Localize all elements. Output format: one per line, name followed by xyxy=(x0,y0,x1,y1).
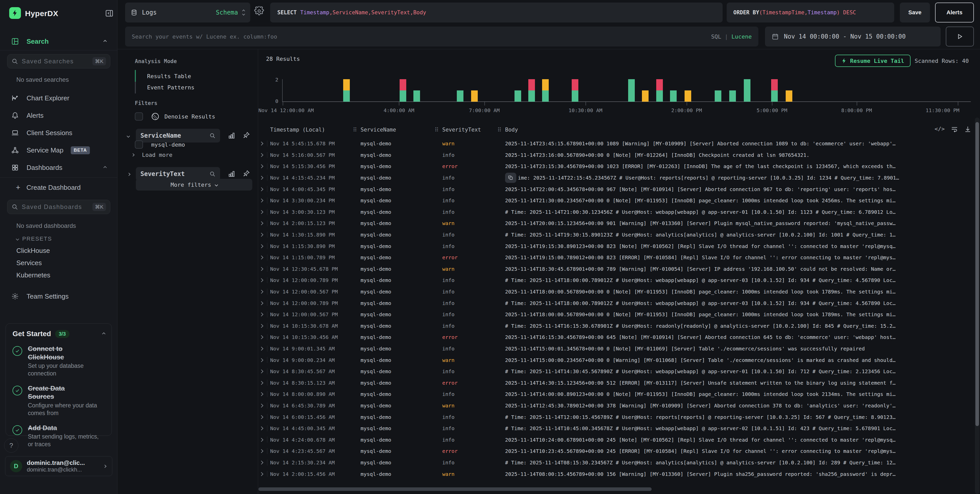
denoise-label[interactable]: Denoise Results xyxy=(164,113,215,120)
row-expand-chevron[interactable] xyxy=(259,164,264,169)
row-expand-chevron[interactable] xyxy=(259,290,264,294)
code-view-icon[interactable]: </> xyxy=(935,126,945,133)
row-expand-chevron[interactable] xyxy=(259,358,264,362)
drag-handle-icon[interactable]: ⠿ xyxy=(434,127,439,133)
search-icon[interactable] xyxy=(209,171,215,177)
table-row[interactable]: Nov 14 4:45:00.345 AMmysql-demoinfo# Tim… xyxy=(258,423,980,434)
get-started-item[interactable]: Add Data Start sending logs, metrics, or… xyxy=(13,424,105,448)
mode-event-patterns[interactable]: Event Patterns xyxy=(147,84,194,91)
histogram-bar[interactable] xyxy=(670,91,677,102)
get-started-item[interactable]: Create Data Sources Configure where your… xyxy=(13,384,105,417)
chevron-up-icon[interactable] xyxy=(103,166,107,169)
event-search-input[interactable]: Search your events w/ Lucene ex. column:… xyxy=(125,27,758,46)
sidebar-item-chart-explorer[interactable]: Chart Explorer xyxy=(0,91,118,105)
histogram-bar[interactable] xyxy=(542,79,549,102)
table-row[interactable]: Nov 14 2:00:15.123 PMmysql-demowarn2025-… xyxy=(258,218,980,229)
histogram-bar[interactable] xyxy=(786,91,792,102)
sidebar-item-client-sessions[interactable]: Client Sessions xyxy=(0,126,118,140)
preset-clickhouse[interactable]: ClickHouse xyxy=(16,247,50,255)
table-row[interactable]: Nov 14 10:15:30.456 AMmysql-demoerror202… xyxy=(258,331,980,343)
histogram-bar[interactable] xyxy=(771,79,778,102)
run-query-button[interactable] xyxy=(946,27,974,46)
pin-icon[interactable] xyxy=(243,131,250,139)
sidebar-item-team-settings[interactable]: Team Settings xyxy=(0,289,118,303)
more-filters-button[interactable]: More filters xyxy=(136,179,252,191)
table-row[interactable]: Nov 14 6:00:15.456 AMmysql-demoinfo# Tim… xyxy=(258,411,980,423)
row-expand-chevron[interactable] xyxy=(259,438,264,442)
table-row[interactable]: Nov 14 1:30:15.890 PMmysql-demoinfo# Tim… xyxy=(258,229,980,241)
load-more-button[interactable]: Load more xyxy=(142,152,172,158)
row-expand-chevron[interactable] xyxy=(259,369,264,373)
table-row[interactable]: Nov 14 10:15:30.678 AMmysql-demoinfo# Ti… xyxy=(258,320,980,332)
table-row[interactable]: Nov 14 5:16:00.567 PMmysql-demoinfo2025-… xyxy=(258,150,980,161)
wrap-lines-icon[interactable] xyxy=(951,126,958,133)
drag-handle-icon[interactable]: ⠿ xyxy=(353,127,357,133)
chevron-down-icon[interactable] xyxy=(127,134,130,138)
pin-icon[interactable] xyxy=(243,170,250,177)
sql-select-input[interactable]: SELECT Timestamp ,ServiceName,SeverityTe… xyxy=(270,3,722,22)
row-expand-chevron[interactable] xyxy=(259,142,264,146)
table-row[interactable]: Nov 14 2:00:15.456 AMmysql-demowarn2025-… xyxy=(258,468,980,480)
row-expand-chevron[interactable] xyxy=(259,472,264,476)
preset-kubernetes[interactable]: Kubernetes xyxy=(16,271,50,279)
sidebar-collapse-icon[interactable] xyxy=(104,8,115,18)
histogram-bar[interactable] xyxy=(528,79,535,102)
search-icon[interactable] xyxy=(209,132,215,139)
row-expand-chevron[interactable] xyxy=(259,381,264,385)
create-dashboard-button[interactable]: + Create Dashboard xyxy=(0,181,118,194)
save-button[interactable]: Save xyxy=(900,3,930,22)
sidebar-item-alerts[interactable]: Alerts xyxy=(0,108,118,123)
row-expand-chevron[interactable] xyxy=(259,153,264,157)
sidebar-item-service-map[interactable]: Service Map BETA xyxy=(0,143,118,157)
row-expand-chevron[interactable] xyxy=(259,244,264,248)
denoise-checkbox[interactable] xyxy=(135,112,143,121)
row-expand-chevron[interactable] xyxy=(259,426,264,430)
row-expand-chevron[interactable] xyxy=(259,222,264,226)
table-row[interactable]: Nov 14 5:45:15.678 PMmysql-demowarn2025-… xyxy=(258,138,980,150)
histogram-bar[interactable] xyxy=(343,79,350,102)
table-row[interactable]: Nov 14 12:00:00.789 PMmysql-demoinfo# Ti… xyxy=(258,274,980,286)
col-timestamp[interactable]: Timestamp (Local) xyxy=(270,127,325,133)
table-row[interactable]: Nov 14 2:15:30.234 AMmysql-demoinfo# Tim… xyxy=(258,457,980,469)
histogram-bar[interactable] xyxy=(715,91,721,102)
histogram-bar[interactable] xyxy=(414,91,420,102)
saved-searches-input[interactable]: Saved Searches ⌘K xyxy=(7,54,110,69)
row-expand-chevron[interactable] xyxy=(259,449,264,453)
histogram-bar[interactable] xyxy=(628,79,635,102)
table-row[interactable]: Nov 14 4:00:45.345 PMmysql-demoinfo2025-… xyxy=(258,183,980,195)
table-row[interactable]: Nov 14 3:00:30.123 PMmysql-demoinfo# Tim… xyxy=(258,206,980,218)
row-expand-chevron[interactable] xyxy=(259,312,264,317)
row-expand-chevron[interactable] xyxy=(259,335,264,339)
table-row[interactable]: Nov 14 1:15:00.789 PMmysql-demoerror2025… xyxy=(258,252,980,263)
row-expand-chevron[interactable] xyxy=(259,279,264,282)
col-severitytext[interactable]: SeverityText xyxy=(442,127,481,133)
table-row[interactable]: Nov 14 6:45:30.789 AMmysql-demowarn2025-… xyxy=(258,400,980,411)
help-button[interactable]: ? xyxy=(4,438,18,453)
histogram-bar[interactable] xyxy=(729,91,736,102)
histogram-bar[interactable] xyxy=(572,79,578,102)
row-expand-chevron[interactable] xyxy=(259,233,264,237)
resume-live-tail-button[interactable]: Resume Live Tail xyxy=(835,55,910,67)
histogram-bar[interactable] xyxy=(656,79,663,102)
table-row[interactable]: Nov 14 5:15:30.456 PMmysql-demoerror2025… xyxy=(258,161,980,172)
sidebar-item-dashboards[interactable]: Dashboards xyxy=(0,160,118,175)
servicename-value-checkbox[interactable] xyxy=(135,140,143,149)
histogram-bar[interactable] xyxy=(642,91,649,102)
horizontal-scrollbar-thumb[interactable] xyxy=(258,488,652,491)
download-icon[interactable] xyxy=(964,126,971,133)
histogram-bar[interactable] xyxy=(744,79,751,102)
row-expand-chevron[interactable] xyxy=(259,255,264,260)
source-select[interactable]: Logs Schema xyxy=(125,3,250,22)
histogram-bar[interactable] xyxy=(457,91,463,102)
table-row[interactable]: Nov 14 4:15:45.234 PMmysql-demoinfoime: … xyxy=(258,172,980,184)
vertical-scrollbar-thumb[interactable] xyxy=(975,122,979,426)
date-range-picker[interactable]: Nov 14 00:00:00 - Nov 15 00:00:00 xyxy=(765,27,941,46)
servicename-value[interactable]: mysql-demo xyxy=(151,142,185,148)
row-expand-chevron[interactable] xyxy=(259,347,264,351)
table-row[interactable]: Nov 14 3:30:00.234 PMmysql-demoinfo2025-… xyxy=(258,195,980,206)
table-row[interactable]: Nov 14 8:00:00.890 AMmysql-demoinfo2025-… xyxy=(258,389,980,400)
copy-icon[interactable] xyxy=(505,173,516,183)
filter-group-servicename[interactable]: ServiceName xyxy=(136,129,220,143)
col-servicename[interactable]: ServiceName xyxy=(361,127,396,133)
chevron-up-icon[interactable] xyxy=(102,332,105,336)
